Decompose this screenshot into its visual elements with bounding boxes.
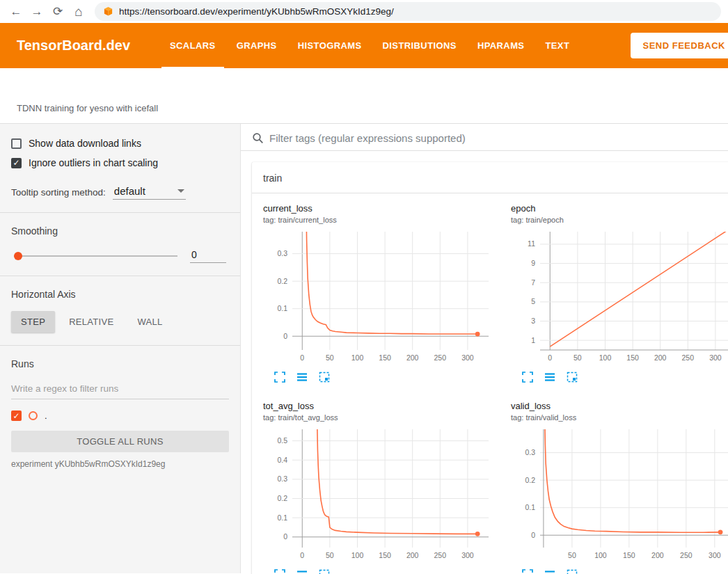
svg-text:250: 250	[682, 353, 695, 362]
svg-text:150: 150	[379, 353, 391, 362]
main-panel: train current_loss tag: train/current_lo…	[241, 124, 728, 573]
run-row[interactable]: ✓ .	[11, 410, 229, 421]
tooltip-sorting-label: Tooltip sorting method:	[11, 187, 106, 200]
svg-text:250: 250	[680, 551, 693, 559]
tab-hparams[interactable]: HPARAMS	[467, 23, 535, 68]
smoothing-value-input[interactable]: 0	[190, 249, 226, 263]
tab-distributions[interactable]: DISTRIBUTIONS	[372, 23, 467, 68]
tooltip-sorting-dropdown[interactable]: default	[113, 184, 186, 200]
expand-chart-icon[interactable]	[522, 569, 533, 574]
show-download-links-label: Show data download links	[29, 138, 141, 149]
svg-text:300: 300	[461, 353, 474, 362]
experiment-title: TDNN training for yesno with icefall	[17, 103, 158, 113]
svg-text:50: 50	[326, 551, 334, 559]
svg-text:150: 150	[626, 353, 639, 362]
svg-text:300: 300	[709, 353, 722, 362]
svg-text:200: 200	[654, 353, 667, 362]
chart-title: epoch	[511, 203, 728, 214]
tab-histograms[interactable]: HISTOGRAMS	[287, 23, 372, 68]
svg-text:0: 0	[548, 353, 552, 362]
fit-domain-icon[interactable]	[567, 372, 578, 383]
svg-text:50: 50	[568, 551, 576, 559]
axis-relative-button[interactable]: RELATIVE	[59, 311, 123, 333]
tooltip-sorting-value: default	[114, 185, 145, 197]
slider-thumb[interactable]	[14, 252, 22, 260]
tab-graphs[interactable]: GRAPHS	[226, 23, 287, 68]
svg-text:0.2: 0.2	[277, 277, 287, 285]
run-color-swatch-icon[interactable]	[29, 411, 38, 420]
chart-card-current-loss: current_loss tag: train/current_loss 050…	[263, 203, 493, 383]
ignore-outliers-checkbox[interactable]: ✓ Ignore outliers in chart scaling	[11, 157, 229, 168]
svg-text:200: 200	[406, 551, 419, 559]
smoothing-label: Smoothing	[11, 225, 229, 237]
axis-step-button[interactable]: STEP	[11, 311, 55, 333]
svg-text:3: 3	[531, 317, 535, 325]
line-chart-tot-avg-loss[interactable]: 05010015020025030000.10.20.30.40.5	[263, 426, 493, 564]
forward-icon[interactable]: →	[28, 3, 46, 21]
experiment-subheader: TDNN training for yesno with icefall	[0, 68, 728, 124]
address-bar[interactable]: https://tensorboard.dev/experiment/yKUbh…	[95, 2, 721, 21]
smoothing-control: 0	[14, 249, 226, 263]
svg-text:0.1: 0.1	[525, 503, 535, 511]
line-chart-current-loss[interactable]: 05010015020025030000.10.20.3	[263, 228, 493, 366]
expand-runs-icon[interactable]	[544, 569, 555, 574]
chart-actions	[274, 372, 493, 383]
svg-text:11: 11	[528, 239, 535, 248]
runs-filter-input[interactable]	[11, 381, 229, 399]
expand-runs-icon[interactable]	[296, 569, 308, 574]
divider	[0, 276, 240, 276]
expand-runs-icon[interactable]	[544, 372, 555, 383]
send-feedback-button[interactable]: SEND FEEDBACK	[631, 33, 728, 58]
train-section-header[interactable]: train	[252, 162, 728, 193]
chevron-down-icon	[177, 189, 184, 193]
svg-text:7: 7	[531, 278, 535, 287]
line-chart-valid-loss[interactable]: 5010015020025030000.10.20.3	[511, 426, 728, 564]
chart-title: current_loss	[263, 203, 493, 214]
home-icon[interactable]: ⌂	[70, 3, 88, 21]
expand-chart-icon[interactable]	[274, 372, 285, 383]
tab-text[interactable]: TEXT	[535, 23, 580, 68]
expand-runs-icon[interactable]	[296, 372, 308, 383]
tag-filter-row	[241, 124, 728, 151]
tab-bar: SCALARS GRAPHS HISTOGRAMS DISTRIBUTIONS …	[159, 23, 580, 68]
url-text: https://tensorboard.dev/experiment/yKUbh…	[119, 6, 394, 17]
line-chart-epoch[interactable]: 0501001502002503001357911	[511, 228, 728, 366]
reload-icon[interactable]: ⟳	[49, 3, 67, 21]
fit-domain-icon[interactable]	[319, 372, 330, 383]
checkbox-unchecked-icon[interactable]	[11, 138, 22, 149]
chart-actions	[522, 372, 728, 383]
checkbox-checked-icon[interactable]: ✓	[11, 158, 22, 168]
tab-scalars[interactable]: SCALARS	[159, 23, 226, 68]
app-brand: TensorBoard.dev	[17, 38, 130, 54]
chart-actions	[274, 569, 493, 574]
svg-text:0.1: 0.1	[277, 304, 287, 312]
expand-chart-icon[interactable]	[522, 372, 533, 383]
run-checkbox-icon[interactable]: ✓	[11, 410, 22, 421]
fit-domain-icon[interactable]	[319, 569, 330, 574]
svg-text:0: 0	[531, 531, 535, 539]
svg-text:100: 100	[594, 551, 607, 559]
svg-text:0: 0	[300, 353, 304, 362]
svg-text:50: 50	[326, 353, 334, 362]
axis-wall-button[interactable]: WALL	[127, 311, 172, 333]
tensorboard-favicon	[103, 6, 113, 17]
chart-tag: tag: train/current_loss	[263, 216, 493, 224]
expand-chart-icon[interactable]	[274, 569, 285, 574]
svg-text:100: 100	[351, 353, 364, 362]
settings-sidebar: Show data download links ✓ Ignore outlie…	[0, 124, 241, 573]
svg-text:0: 0	[283, 332, 287, 340]
slider-track[interactable]	[14, 255, 177, 257]
chart-tag: tag: train/valid_loss	[511, 413, 728, 422]
svg-text:150: 150	[379, 551, 391, 559]
svg-text:250: 250	[434, 353, 447, 362]
app-header: TensorBoard.dev SCALARS GRAPHS HISTOGRAM…	[0, 23, 728, 68]
back-icon[interactable]: ←	[7, 3, 25, 21]
show-download-links-checkbox[interactable]: Show data download links	[11, 138, 229, 149]
toggle-all-runs-button[interactable]: TOGGLE ALL RUNS	[11, 431, 229, 452]
smoothing-slider[interactable]	[14, 251, 177, 261]
tag-filter-input[interactable]	[269, 132, 722, 144]
fit-domain-icon[interactable]	[567, 569, 578, 574]
svg-text:0.3: 0.3	[525, 448, 535, 456]
svg-text:5: 5	[531, 297, 535, 305]
chart-title: tot_avg_loss	[263, 401, 493, 411]
